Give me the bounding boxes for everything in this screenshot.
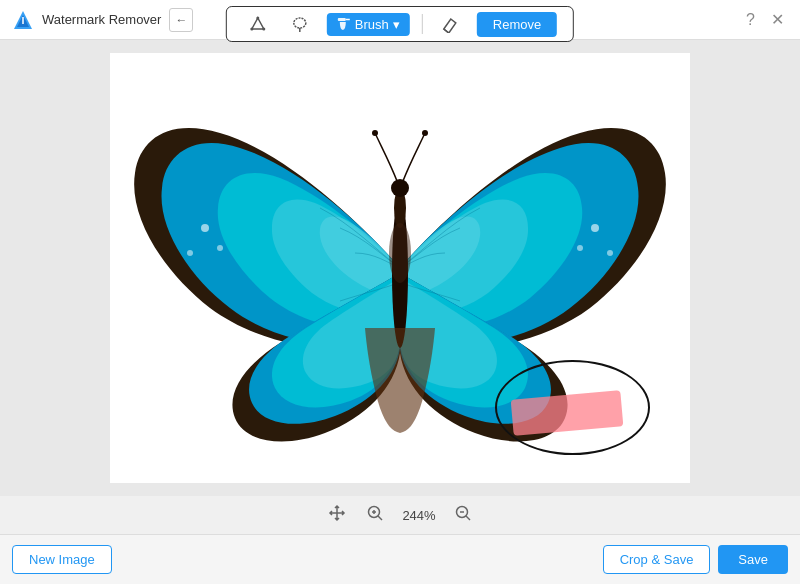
remove-button[interactable]: Remove: [477, 12, 557, 37]
svg-point-4: [256, 17, 259, 20]
svg-point-13: [217, 245, 223, 251]
eraser-icon: [441, 15, 459, 33]
toolbar-divider: [422, 14, 423, 34]
title-bar: Watermark Remover ←: [0, 0, 800, 40]
svg-point-12: [201, 224, 209, 232]
lasso-icon: [291, 15, 309, 33]
svg-point-22: [422, 130, 428, 136]
svg-point-6: [294, 18, 306, 28]
svg-line-27: [378, 516, 382, 520]
title-bar-left: Watermark Remover ←: [12, 8, 193, 32]
image-container: [110, 53, 690, 483]
zoom-bar: 244%: [0, 496, 800, 534]
brush-dropdown-icon: ▾: [393, 17, 400, 32]
svg-point-17: [607, 250, 613, 256]
app-title: Watermark Remover: [42, 12, 161, 27]
help-button[interactable]: ?: [742, 7, 759, 33]
brush-label: Brush: [355, 17, 389, 32]
zoom-value: 244%: [399, 508, 439, 523]
zoom-in-icon: [366, 504, 384, 522]
svg-line-30: [466, 516, 470, 520]
pan-icon: [328, 504, 346, 522]
svg-point-21: [372, 130, 378, 136]
zoom-in-button[interactable]: [361, 502, 389, 528]
brush-icon: [337, 17, 351, 31]
polygon-icon: [249, 15, 267, 33]
canvas-area: [0, 40, 800, 496]
zoom-out-icon: [454, 504, 472, 522]
svg-point-15: [591, 224, 599, 232]
zoom-out-button[interactable]: [449, 502, 477, 528]
close-button[interactable]: ✕: [767, 6, 788, 33]
svg-rect-8: [338, 18, 346, 21]
toolbar: Brush ▾ Remove: [226, 6, 574, 42]
svg-point-3: [250, 28, 253, 31]
svg-point-16: [577, 245, 583, 251]
title-bar-right: ? ✕: [742, 6, 788, 33]
svg-point-14: [187, 250, 193, 256]
brush-tool-button[interactable]: Brush ▾: [327, 13, 410, 36]
new-image-button[interactable]: New Image: [12, 545, 112, 574]
svg-line-10: [444, 29, 449, 33]
pan-tool-button[interactable]: [323, 502, 351, 528]
svg-point-23: [389, 223, 411, 283]
bottom-right-actions: Crop & Save Save: [603, 545, 788, 574]
save-button[interactable]: Save: [718, 545, 788, 574]
app-logo-icon: [12, 9, 34, 31]
svg-point-20: [391, 179, 409, 197]
eraser-tool-button[interactable]: [435, 11, 465, 37]
crop-save-button[interactable]: Crop & Save: [603, 545, 711, 574]
polygon-tool-button[interactable]: [243, 11, 273, 37]
svg-point-5: [262, 28, 265, 31]
bottom-bar: New Image Crop & Save Save: [0, 534, 800, 584]
lasso-tool-button[interactable]: [285, 11, 315, 37]
back-button[interactable]: ←: [169, 8, 193, 32]
